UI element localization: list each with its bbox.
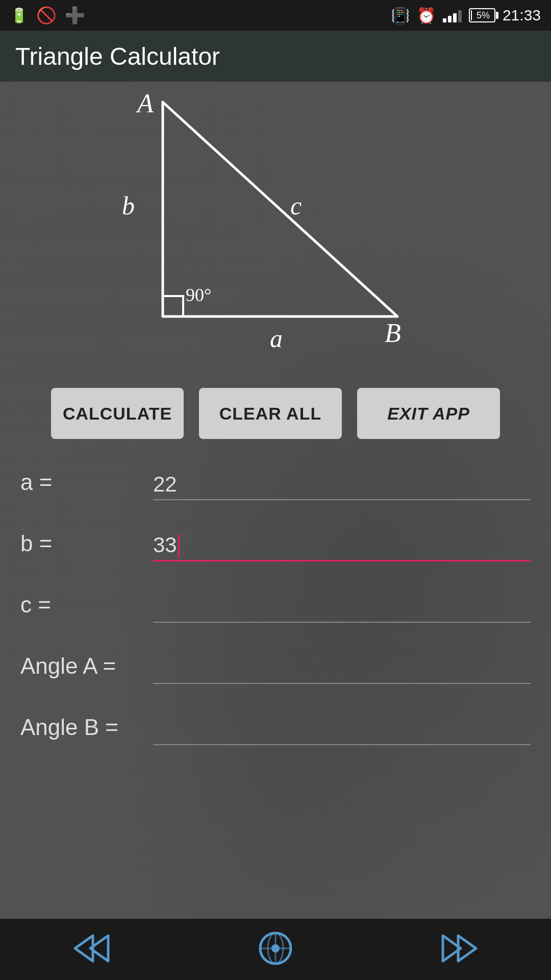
label-c: c =: [20, 592, 153, 623]
home-icon: [258, 930, 293, 966]
battery-indicator: 5%: [469, 8, 495, 22]
input-wrapper-b[interactable]: 33: [153, 531, 531, 561]
status-left-icons: 🔋 🚫 ➕: [10, 6, 85, 25]
nav-back-button[interactable]: [72, 933, 113, 966]
back-icon: [72, 933, 113, 964]
triangle-diagram: A B b a c 90°: [0, 82, 551, 378]
side-b-label: b: [122, 191, 135, 220]
label-angle-a: Angle A =: [20, 653, 153, 684]
compass-icon: 🚫: [36, 6, 57, 25]
app-title: Triangle Calculator: [15, 42, 220, 70]
buttons-row: CALCULATE CLEAR ALL EXIT APP: [0, 378, 551, 449]
battery-low-icon: 🔋: [10, 7, 28, 24]
input-wrapper-angle-b[interactable]: [153, 715, 531, 745]
forward-icon: [438, 933, 479, 964]
vertex-b-label: B: [385, 318, 401, 348]
label-b: b =: [20, 531, 153, 561]
status-right-icons: 📳 ⏰ 5% 21:33: [391, 7, 541, 24]
input-value-b: 33: [153, 534, 177, 560]
input-row-c: c =: [20, 577, 531, 623]
clear-all-button[interactable]: CLEAR ALL: [199, 388, 342, 439]
input-wrapper-c[interactable]: [153, 592, 531, 623]
triangle-svg: A B b a c 90°: [102, 82, 418, 357]
nav-forward-button[interactable]: [438, 933, 479, 966]
alarm-icon: ⏰: [417, 7, 436, 24]
input-row-b: b = 33: [20, 516, 531, 561]
plus-icon: ➕: [65, 6, 85, 25]
status-time: 21:33: [503, 7, 541, 24]
calculate-button[interactable]: CALCULATE: [51, 388, 184, 439]
input-value-a: 22: [153, 474, 177, 499]
main-content: A B b a c 90° CALCULATE CLEAR ALL EXIT A…: [0, 82, 551, 919]
nav-home-button[interactable]: [258, 930, 293, 968]
bottom-navigation: [0, 919, 551, 980]
input-row-angle-a: Angle A =: [20, 638, 531, 684]
label-a: a =: [20, 470, 153, 500]
svg-marker-0: [163, 102, 397, 316]
label-angle-b: Angle B =: [20, 715, 153, 745]
side-c-label: c: [290, 191, 302, 220]
status-bar: 🔋 🚫 ➕ 📳 ⏰ 5% 21:33: [0, 0, 551, 31]
input-section: a = 22 b = 33 c = Angle A = Angle B =: [0, 449, 551, 919]
input-wrapper-angle-a[interactable]: [153, 653, 531, 684]
signal-bars: [443, 8, 462, 22]
text-cursor: [178, 534, 180, 558]
exit-app-button[interactable]: EXIT APP: [357, 388, 500, 439]
input-row-angle-b: Angle B =: [20, 699, 531, 745]
side-a-label: a: [270, 324, 283, 353]
input-wrapper-a[interactable]: 22: [153, 470, 531, 500]
vibrate-icon: 📳: [391, 7, 410, 24]
app-bar: Triangle Calculator: [0, 31, 551, 82]
angle-90-label: 90°: [186, 285, 211, 305]
vertex-a-label: A: [136, 89, 154, 118]
input-row-a: a = 22: [20, 454, 531, 500]
